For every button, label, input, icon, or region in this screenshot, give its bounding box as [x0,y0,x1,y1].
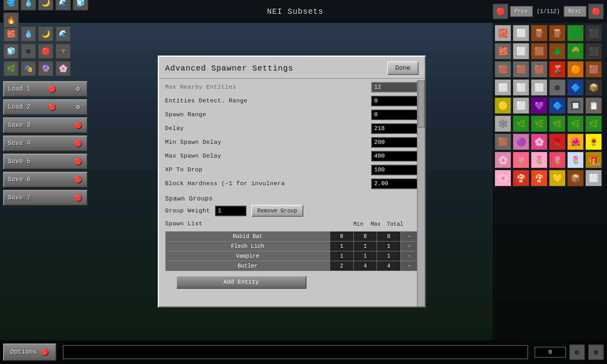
field-input-spawn-range[interactable] [371,110,418,120]
item-slot[interactable]: 🟡 [494,97,512,114]
item-slot[interactable]: 🌿 [567,115,584,132]
done-button[interactable]: Done [387,61,418,75]
next-button[interactable]: Next [564,6,586,17]
prev-button[interactable]: Prev [510,6,533,17]
remove-rabid-bat-button[interactable]: - [400,232,418,241]
sidebar-icon-9[interactable]: 🌿 [3,61,19,76]
item-slot[interactable]: 🌹 [549,133,566,150]
sidebar-icon-7[interactable]: 🔴 [38,43,54,59]
item-slot[interactable]: 🔷 [567,79,584,96]
item-slot[interactable]: ⬜ [512,24,530,42]
field-input-min-spawn-delay[interactable] [371,137,418,148]
load-1-button[interactable]: Load 1 🔴 ⚙️ [3,81,88,97]
entity-min-flesh-lich[interactable]: 1 [330,241,353,251]
sidebar-icon-12[interactable]: 🌸 [55,61,71,76]
field-input-entities-detect[interactable] [371,96,418,106]
item-slot[interactable]: 🌿 [512,115,530,132]
top-icon-6[interactable]: 🔥 [3,12,19,28]
nav-icon-right[interactable]: 🔴 [588,4,604,19]
item-slot[interactable]: 🌷 [512,151,530,169]
item-slot[interactable]: ⬜ [512,97,530,114]
top-icon-1[interactable]: 🪣 [3,0,19,11]
item-slot[interactable]: 🌻 [585,133,602,150]
sidebar-icon-4[interactable]: 🌊 [55,26,71,42]
save-6-button[interactable]: Save 6 🔴 [3,172,88,188]
item-slot[interactable]: 🪵 [549,24,566,42]
item-slot[interactable]: 💜 [530,97,548,114]
item-slot[interactable]: 🟫 [512,61,530,78]
load-2-button[interactable]: Load 2 🔴 ⚙️ [3,99,88,115]
item-slot[interactable]: 🔷 [549,97,566,114]
sidebar-icon-3[interactable]: 🌙 [38,26,54,42]
entity-max-flesh-lich[interactable]: 1 [353,241,377,251]
item-slot[interactable]: ⚙️ [549,79,566,96]
entity-name-flesh-lich[interactable]: Flesh Lich [165,241,330,251]
field-input-max-spawn-delay[interactable] [371,151,418,162]
item-slot[interactable]: 🕸️ [494,115,512,132]
item-slot[interactable]: 🍄 [530,169,548,187]
item-slot[interactable]: 🔲 [567,97,584,114]
field-input-truncated[interactable] [371,82,418,93]
item-slot[interactable]: 🌸 [530,133,548,150]
top-icon-2[interactable]: 💧 [21,0,36,11]
item-slot[interactable]: 📦 [585,79,602,96]
item-slot[interactable]: 📦 [567,169,584,187]
sidebar-icon-6[interactable]: ⚙️ [21,43,36,59]
item-slot[interactable]: 💛 [549,169,566,187]
save-4-button[interactable]: Save 4 🔴 [3,136,88,151]
entity-min-butler[interactable]: 2 [330,261,353,271]
item-slot[interactable]: ⬜ [512,43,530,60]
top-icon-5[interactable]: 🧊 [73,0,88,11]
item-slot[interactable]: 🌷 [530,151,548,169]
options-button[interactable]: Options 🔴 [3,344,56,361]
sidebar-icon-8[interactable]: 🦇 [55,43,71,59]
remove-group-button[interactable]: Remove Group [251,205,304,217]
top-icon-4[interactable]: 🌊 [55,0,71,11]
sidebar-icon-2[interactable]: 💧 [21,26,36,42]
item-slot[interactable]: 🟣 [512,133,530,150]
item-slot[interactable]: 🌸 [494,169,512,187]
item-slot[interactable]: 🟠 [567,61,584,78]
item-slot[interactable]: 🌳 [567,43,584,60]
sidebar-icon-5[interactable]: 🧊 [3,43,19,59]
item-slot[interactable]: 🍄 [512,169,530,187]
item-slot[interactable]: 🌋 [549,61,566,78]
field-input-xp-drop[interactable] [371,165,418,175]
top-icon-3[interactable]: 🌙 [38,0,54,11]
remove-butler-button[interactable]: - [400,261,418,271]
bottom-icon-right[interactable]: ⚙️ [588,344,604,360]
item-slot[interactable]: 🌿 [530,115,548,132]
item-slot[interactable]: 🟫 [585,61,602,78]
item-slot[interactable]: ⬜ [494,79,512,96]
item-slot[interactable]: 🧱 [494,43,512,60]
item-slot[interactable]: 🪵 [530,24,548,42]
sidebar-icon-10[interactable]: 🎭 [21,61,36,76]
save-3-button[interactable]: Save 3 🔴 [3,117,88,133]
entity-name-rabid-bat[interactable]: Rabid Bat [165,232,330,241]
field-input-delay[interactable] [371,123,418,134]
remove-vampire-button[interactable]: - [400,251,418,261]
save-7-button[interactable]: Save 7 🔴 [3,190,88,206]
item-slot[interactable]: 🟫 [494,61,512,78]
nav-icon-left[interactable]: 🔴 [493,4,508,19]
entity-name-butler[interactable]: Butler [165,261,330,271]
item-slot[interactable]: 🌺 [567,133,584,150]
item-slot[interactable]: 🟫 [530,61,548,78]
bottom-icon-left[interactable]: ⚙️ [569,344,585,360]
item-slot[interactable]: 🌿 [585,115,602,132]
entity-min-vampire[interactable]: 1 [330,251,353,261]
search-bar[interactable] [63,345,528,359]
entity-max-butler[interactable]: 4 [353,261,377,271]
entity-name-vampire[interactable]: Vampire [165,251,330,261]
save-5-button[interactable]: Save 5 🔴 [3,154,88,169]
item-slot[interactable]: 🌷 [567,151,584,169]
item-slot[interactable]: 🟫 [530,43,548,60]
item-slot[interactable]: ⬜ [585,169,602,187]
field-input-block-hardness[interactable] [371,178,418,189]
item-slot[interactable]: 🟫 [494,133,512,150]
item-slot[interactable]: ⬛ [585,24,602,42]
sidebar-icon-11[interactable]: 🔮 [38,61,54,76]
item-slot[interactable]: 🧱 [494,24,512,42]
item-slot[interactable]: 🌷 [549,151,566,169]
entity-max-rabid-bat[interactable]: 8 [353,232,377,241]
